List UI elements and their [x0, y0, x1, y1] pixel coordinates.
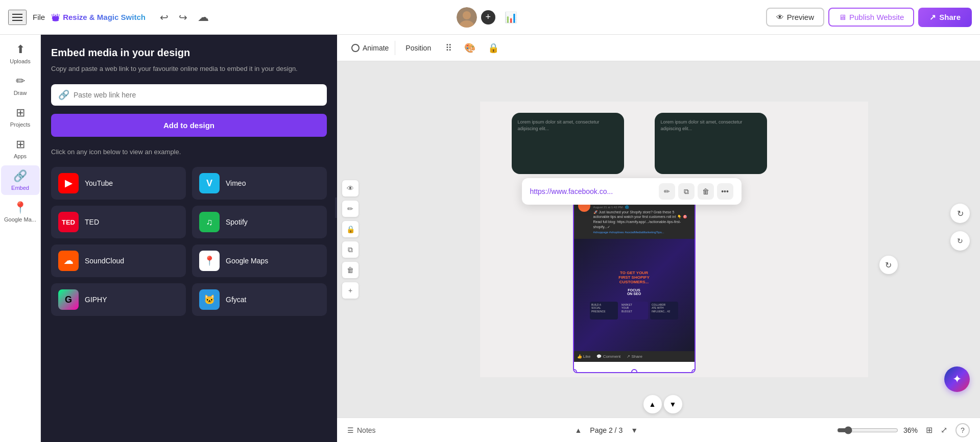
draw-icon: ✏	[16, 75, 25, 88]
sidebar-item-draw[interactable]: ✏ Draw	[1, 70, 40, 100]
link-icon: 🔗	[58, 89, 69, 101]
giphy-logo: G	[58, 289, 79, 310]
magic-button[interactable]: ✦	[944, 366, 970, 392]
expand-button[interactable]: ⤢	[941, 425, 947, 435]
projects-label: Projects	[10, 121, 31, 128]
page-label: Page 2 / 3	[590, 426, 623, 434]
lock-button[interactable]: 🔒	[484, 39, 503, 57]
canvas-hide-button[interactable]: 👁	[342, 180, 358, 197]
preview-button[interactable]: 👁 Preview	[766, 8, 824, 27]
canvas-notes-button[interactable]: ✏	[342, 201, 358, 217]
url-display: https://www.facebook.co...	[530, 187, 655, 195]
fb-like: 👍 Like	[577, 354, 591, 359]
spotify-logo: ♫	[199, 212, 220, 232]
design-canvas: Lorem ipsum dolor sit amet, consectetur …	[480, 102, 868, 377]
card-dark-1-text: Lorem ipsum dolor sit amet, consectetur …	[512, 113, 624, 138]
page-down-chevron[interactable]: ▼	[664, 395, 682, 413]
format-button[interactable]: 🎨	[460, 39, 480, 57]
preview-icon: 👁	[776, 13, 784, 21]
giphy-card[interactable]: G GIPHY	[51, 283, 186, 316]
add-to-design-button[interactable]: Add to design	[51, 114, 327, 137]
edit-url-button[interactable]: ✏	[659, 183, 675, 200]
rotate-right-button[interactable]: ↻	[879, 256, 898, 274]
bottom-bar: ☰ Notes ▲ Page 2 / 3 ▼ 36% ⊞ ⤢ ?	[337, 418, 980, 442]
more-url-button[interactable]: •••	[717, 183, 733, 200]
copy-url-button[interactable]: ⧉	[678, 183, 695, 200]
redo-button[interactable]: ↪	[175, 9, 192, 26]
youtube-logo: ▶	[58, 173, 79, 193]
ted-card[interactable]: TED TED	[51, 206, 186, 238]
right-canvas-buttons: ↻ ↻	[950, 204, 970, 253]
zoom-label: 36%	[903, 426, 918, 434]
next-page-button[interactable]: ▼	[631, 426, 638, 434]
stats-button[interactable]: 📊	[499, 9, 522, 26]
fb-comment: 💬 Comment	[596, 354, 620, 359]
sidebar-item-projects[interactable]: ⊞ Projects	[1, 102, 40, 132]
googlemaps-card[interactable]: 📍 Google Maps	[192, 244, 327, 277]
embed-label: Embed	[11, 185, 29, 191]
rotate-cw-button[interactable]: ↻	[950, 231, 970, 251]
example-text: Click on any icon below to view an examp…	[51, 147, 327, 157]
gfycat-logo: 🐱	[199, 289, 220, 310]
resize-handle-bm[interactable]	[631, 369, 637, 373]
page-up-chevron[interactable]: ▲	[643, 395, 662, 413]
cloud-save-button[interactable]: ☁	[194, 9, 213, 26]
header: File 👑 Resize & Magic Switch ↩ ↪ ☁ + 📊 👁…	[0, 0, 980, 35]
publish-button[interactable]: 🖥 Publish Website	[828, 8, 914, 27]
url-input[interactable]	[74, 91, 320, 99]
facebook-embed[interactable]: Camify August 21 at 1:42 PM · 🌐 🚀 Just l…	[573, 194, 696, 373]
canvas-lock-button2[interactable]: 🔒	[342, 221, 358, 237]
resize-handle-bl[interactable]	[573, 369, 577, 373]
card-dark-2[interactable]: Lorem ipsum dolor sit amet, consectetur …	[655, 113, 767, 174]
url-action-buttons: ✏ ⧉ 🗑 •••	[659, 183, 733, 200]
prev-page-button[interactable]: ▲	[575, 426, 582, 434]
file-menu[interactable]: File	[33, 13, 45, 21]
refresh-button[interactable]: ↻	[950, 204, 970, 223]
soundcloud-label: SoundCloud	[85, 257, 124, 265]
vimeo-logo: V	[199, 173, 220, 193]
googlemaps-card-label: Google Maps	[226, 257, 268, 265]
avatar[interactable]	[457, 7, 477, 28]
card-dark-2-text: Lorem ipsum dolor sit amet, consectetur …	[655, 113, 767, 138]
canvas-duplicate-button[interactable]: ⧉	[342, 241, 358, 258]
magic-switch-button[interactable]: 👑 Resize & Magic Switch	[51, 13, 146, 21]
gfycat-label: Gfycat	[226, 296, 246, 304]
sidebar-item-googlemaps[interactable]: 📍 Google Ma...	[1, 197, 40, 227]
header-right: 👁 Preview 🖥 Publish Website ↗ Share	[766, 8, 972, 27]
grid-view-button[interactable]: ⊞	[926, 425, 933, 435]
canvas-add-button[interactable]: +	[342, 282, 358, 299]
resize-handle-br[interactable]	[691, 369, 696, 373]
draw-label: Draw	[14, 90, 27, 96]
canvas-delete-button[interactable]: 🗑	[342, 262, 358, 278]
card-dark-1[interactable]: Lorem ipsum dolor sit amet, consectetur …	[512, 113, 624, 174]
canvas-viewport: 👁 ✏ 🔒 ⧉ 🗑 + Lorem ipsum dolor sit amet, …	[337, 61, 980, 418]
googlemaps-card-logo: 📍	[199, 251, 220, 271]
menu-button[interactable]	[8, 10, 27, 25]
notes-icon: ☰	[347, 426, 354, 434]
sidebar-item-uploads[interactable]: ⬆ Uploads	[1, 39, 40, 68]
youtube-card[interactable]: ▶ YouTube	[51, 167, 186, 200]
projects-icon: ⊞	[16, 106, 25, 119]
header-center: + 📊	[219, 7, 760, 28]
vimeo-label: Vimeo	[226, 179, 246, 187]
soundcloud-card[interactable]: ☁ SoundCloud	[51, 244, 186, 277]
animate-button[interactable]: Animate	[345, 41, 395, 55]
zoom-slider[interactable]	[837, 426, 898, 434]
undo-button[interactable]: ↩	[156, 9, 173, 26]
uploads-icon: ⬆	[16, 43, 25, 56]
share-button[interactable]: ↗ Share	[918, 8, 972, 27]
help-button[interactable]: ?	[955, 423, 970, 437]
apps-label: Apps	[14, 153, 27, 159]
add-collaborator-button[interactable]: +	[481, 10, 495, 24]
position-button[interactable]: Position	[399, 41, 437, 55]
header-left: File 👑 Resize & Magic Switch	[8, 10, 146, 25]
grid-overlay-button[interactable]: ⠿	[441, 39, 456, 57]
delete-url-button[interactable]: 🗑	[698, 183, 714, 200]
sidebar-item-apps[interactable]: ⊞ Apps	[1, 134, 40, 163]
spotify-card[interactable]: ♫ Spotify	[192, 206, 327, 238]
sidebar-icons: ⬆ Uploads ✏ Draw ⊞ Projects ⊞ Apps 🔗 Emb…	[0, 35, 41, 442]
gfycat-card[interactable]: 🐱 Gfycat	[192, 283, 327, 316]
sidebar-item-embed[interactable]: 🔗 Embed	[1, 165, 40, 195]
vimeo-card[interactable]: V Vimeo	[192, 167, 327, 200]
notes-button[interactable]: ☰ Notes	[347, 426, 376, 434]
